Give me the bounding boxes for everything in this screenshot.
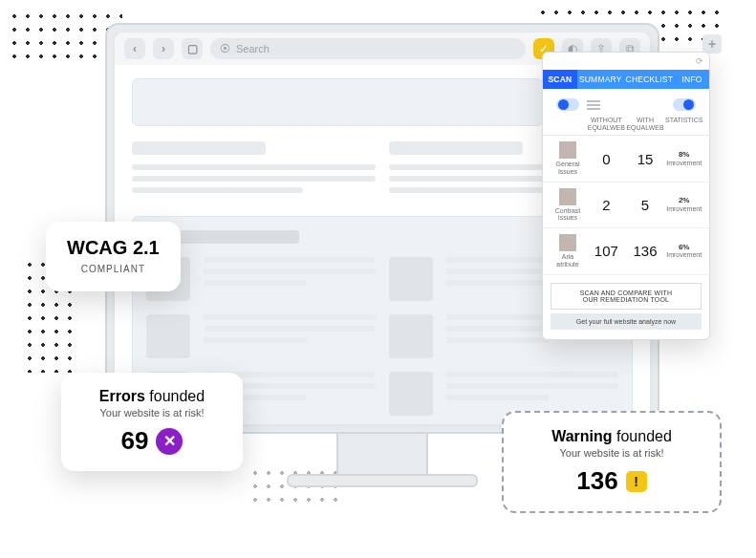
- decorative-dots: [248, 466, 344, 510]
- warning-title: Warning founded: [525, 428, 699, 445]
- errors-title: Errors founded: [82, 388, 222, 405]
- wcag-title: WCAG 2.1: [67, 237, 160, 259]
- errors-card: Errors founded Your website is at risk! …: [61, 373, 243, 471]
- monitor-base: [287, 474, 478, 487]
- tab-scan[interactable]: SCAN: [543, 70, 577, 89]
- table-header: WITHOUT EQUALWEB WITH EQUALWEB STATISTIC…: [543, 115, 709, 136]
- swatch-icon: [559, 141, 576, 159]
- refresh-icon[interactable]: ⟳: [696, 56, 703, 66]
- value-without: 0: [587, 151, 626, 167]
- full-analyze-button[interactable]: Get your full website analyze now: [551, 313, 702, 330]
- tab-checklist[interactable]: CHECKLIST: [624, 70, 676, 89]
- col-with: WITH EQUALWEB: [626, 117, 665, 131]
- value-without: 2: [587, 197, 626, 213]
- accessibility-panel: ⟳ SCAN SUMMARY CHECKLIST INFO WITHOUT EQ…: [542, 52, 710, 340]
- panel-tabs: SCAN SUMMARY CHECKLIST INFO: [543, 70, 709, 89]
- back-button[interactable]: ‹: [124, 38, 145, 59]
- value-with: 5: [626, 197, 665, 213]
- value-improvement: 2%Imrovement: [664, 197, 703, 212]
- col-without: WITHOUT EQUALWEB: [587, 117, 626, 131]
- value-without: 107: [587, 243, 626, 259]
- search-placeholder: Search: [236, 43, 270, 54]
- errors-subtitle: Your website is at risk!: [82, 407, 222, 418]
- swatch-icon: [559, 188, 576, 205]
- search-icon: ⦿: [220, 43, 230, 54]
- wcag-subtitle: COMPLIANT: [81, 264, 145, 274]
- sidebar-button[interactable]: ▢: [182, 38, 203, 59]
- tab-summary[interactable]: SUMMARY: [577, 70, 624, 89]
- value-with: 15: [626, 151, 665, 167]
- wcag-badge: WCAG 2.1 COMPLIANT: [46, 222, 181, 291]
- toggle-right[interactable]: [673, 98, 696, 111]
- value-improvement: 6%Imrovement: [664, 244, 703, 259]
- value-improvement: 8%Imrovement: [664, 151, 703, 166]
- new-tab-button[interactable]: +: [702, 34, 722, 54]
- monitor-stand: [336, 434, 428, 478]
- col-stats: STATISTICS: [664, 117, 703, 131]
- warning-card: Warning founded Your website is at risk!…: [502, 411, 722, 513]
- table-row: Ariaatribute 107 136 6%Imrovement: [543, 228, 709, 274]
- value-with: 136: [626, 243, 665, 259]
- alert-icon: !: [626, 471, 647, 492]
- address-bar[interactable]: ⦿ Search: [210, 38, 526, 59]
- close-icon: ✕: [156, 428, 183, 455]
- warning-count: 136: [576, 466, 617, 496]
- scan-compare-button[interactable]: SCAN AND COMPARE WITHOUR REMEDIATION TOO…: [551, 283, 702, 310]
- table-row: GeneralIssues 0 15 8%Imrovement: [543, 136, 709, 182]
- forward-button[interactable]: ›: [153, 38, 174, 59]
- table-row: Contrastissues 2 5 2%Imrovement: [543, 182, 709, 228]
- swatch-icon: [559, 234, 576, 251]
- warning-subtitle: Your website is at risk!: [525, 447, 699, 459]
- toggle-left[interactable]: [556, 98, 579, 111]
- menu-icon[interactable]: [587, 100, 600, 110]
- tab-info[interactable]: INFO: [675, 70, 709, 89]
- errors-count: 69: [121, 426, 149, 456]
